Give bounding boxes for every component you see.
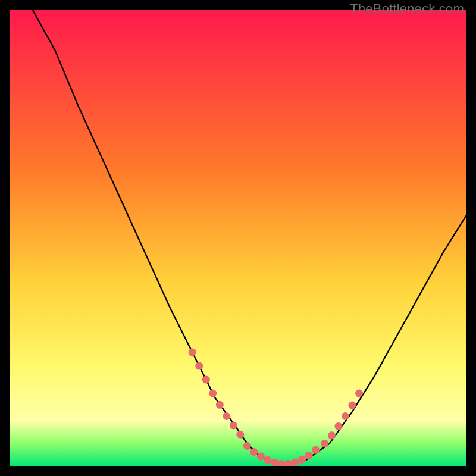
marker-dot [236,431,244,439]
marker-dot [243,442,251,450]
watermark-text: TheBottleneck.com [350,1,464,17]
marker-dot [349,402,356,409]
marker-dot [271,459,278,466]
marker-dot [189,349,196,356]
marker-dot [202,376,210,384]
marker-dot [312,446,320,454]
marker-dot [328,431,336,439]
marker-dot [321,440,328,447]
chart-frame [10,10,466,466]
marker-dot [230,421,237,429]
marker-dot [209,390,217,397]
marker-dot [305,452,313,459]
bottleneck-chart [10,10,466,466]
marker-dot [355,390,363,397]
marker-dot [223,412,230,420]
marker-dot [342,412,349,420]
marker-dot [264,456,271,464]
marker-dot [257,453,265,461]
marker-dot [334,422,342,430]
marker-dot [195,362,203,370]
marker-dot [216,401,224,409]
marker-dot [250,448,258,456]
gradient-background [10,10,466,466]
marker-dot [292,459,299,466]
marker-dot [298,456,306,464]
